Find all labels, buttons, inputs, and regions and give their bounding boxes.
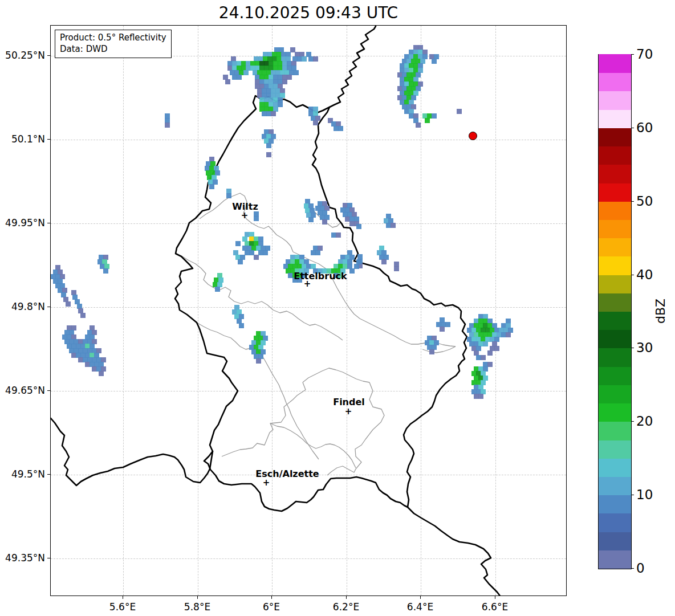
colorbar-tickmark <box>631 54 634 55</box>
luxembourg-border <box>175 96 467 511</box>
colorbar-segment <box>599 183 631 202</box>
colorbar-tick-label: 0 <box>636 561 645 576</box>
radar-cell <box>99 371 104 376</box>
colorbar <box>598 54 632 569</box>
colorbar-segment <box>599 54 631 73</box>
x-tickmark <box>197 596 198 599</box>
radar-cell <box>313 120 318 125</box>
radar-cell <box>425 118 430 123</box>
radar-cell <box>226 193 231 198</box>
y-tick-label: 49.35°N <box>5 552 45 564</box>
colorbar-segment <box>599 366 631 385</box>
colorbar-segment <box>599 238 631 257</box>
radar-cell <box>256 358 261 364</box>
figure-title: 24.10.2025 09:43 UTC <box>50 3 567 22</box>
radar-cell <box>209 184 214 189</box>
x-tickmark <box>123 596 123 599</box>
radar-cell <box>487 350 493 356</box>
radar-cell <box>237 75 242 80</box>
y-tickmark <box>47 139 50 140</box>
radar-cell <box>440 327 445 332</box>
radar-cell <box>429 349 434 354</box>
radar-cell <box>349 268 355 274</box>
radar-cell <box>243 70 249 75</box>
colorbar-tick-label: 10 <box>636 487 653 502</box>
x-tickmark <box>346 596 347 599</box>
france-germany-border <box>408 507 501 596</box>
radar-cell <box>394 266 399 271</box>
colorbar-segment <box>599 513 631 532</box>
radar-cell <box>356 224 361 229</box>
y-tickmark <box>47 55 50 56</box>
city-label: Findel <box>333 397 365 407</box>
colorbar-segment <box>599 532 631 550</box>
radar-cell <box>287 75 292 80</box>
belgium-germany-border <box>330 26 376 107</box>
radar-cell <box>103 268 108 274</box>
colorbar-segment <box>599 348 631 367</box>
y-tickmark <box>47 223 50 223</box>
colorbar-segment <box>599 422 631 440</box>
city-plus-marker: + <box>241 210 249 221</box>
colorbar-segment <box>599 73 631 92</box>
radar-cell <box>313 56 318 62</box>
y-tick-label: 49.65°N <box>5 385 45 396</box>
radar-cell <box>215 287 220 292</box>
radar-site-marker <box>469 132 477 140</box>
radar-cell <box>238 259 243 264</box>
y-tickmark <box>47 558 50 558</box>
colorbar-tick-label: 30 <box>636 340 653 355</box>
colorbar-tick-label: 40 <box>636 267 653 282</box>
colorbar-segment <box>599 403 631 422</box>
y-tick-label: 49.5°N <box>11 468 45 480</box>
radar-cell <box>239 323 244 328</box>
radar-cell <box>381 259 387 264</box>
y-tick-label: 50.1°N <box>11 133 45 145</box>
radar-cell <box>266 152 271 157</box>
y-tick-label: 49.8°N <box>11 301 45 312</box>
radar-cell <box>481 355 486 360</box>
radar-cell <box>322 219 327 225</box>
colorbar-segment <box>599 311 631 330</box>
colorbar-segment <box>599 275 631 293</box>
colorbar-segment <box>599 330 631 349</box>
radar-cell <box>391 223 396 228</box>
radar-cell <box>432 113 437 119</box>
colorbar-tickmark <box>631 568 634 569</box>
radar-cell <box>254 216 259 221</box>
radar-cell <box>338 126 343 131</box>
canton-borders <box>181 193 456 475</box>
radar-cell <box>336 232 341 238</box>
colorbar-label: dBZ <box>653 299 668 324</box>
product-line: Product: 0.5° Reflectivity <box>60 32 166 43</box>
radar-cell <box>457 109 462 114</box>
y-tickmark <box>47 390 50 391</box>
colorbar-segment <box>599 458 631 477</box>
radar-cell <box>315 250 320 255</box>
city-label: Ettelbruck <box>294 271 347 282</box>
colorbar-segment <box>599 146 631 165</box>
colorbar-tickmark <box>631 201 634 202</box>
radar-cell <box>66 301 71 307</box>
colorbar-segment <box>599 256 631 275</box>
radar-cell <box>354 264 359 269</box>
city-plus-marker: + <box>263 478 270 488</box>
colorbar-tick-label: 70 <box>636 47 653 62</box>
city-plus-marker: + <box>304 279 311 289</box>
radar-cell <box>225 79 230 84</box>
x-tickmark <box>495 596 495 599</box>
x-tick-label: 5.8°E <box>184 601 210 613</box>
radar-cell <box>432 59 437 64</box>
radar-cell <box>235 241 241 246</box>
city-plus-marker: + <box>345 406 352 417</box>
radar-cell <box>308 217 314 222</box>
colorbar-tickmark <box>631 275 634 275</box>
radar-cell <box>302 56 307 62</box>
x-tick-label: 6.6°E <box>482 601 508 613</box>
radar-figure: 24.10.2025 09:43 UTC <box>0 0 675 616</box>
colorbar-segment <box>599 293 631 312</box>
radar-cell <box>278 102 283 107</box>
radar-cell <box>266 143 271 148</box>
colorbar-segment <box>599 476 631 495</box>
x-tick-label: 6°E <box>263 601 280 613</box>
